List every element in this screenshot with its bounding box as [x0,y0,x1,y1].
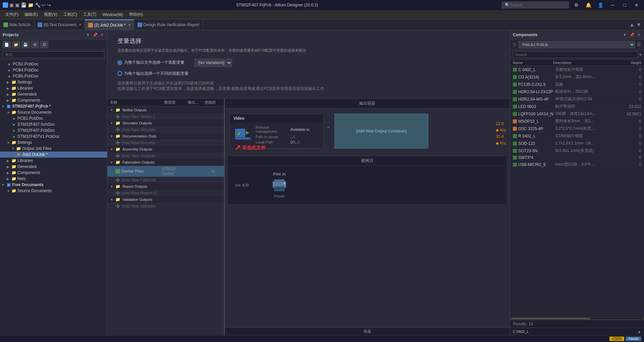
add-validation-item[interactable]: ➕ [Add New Validatio [107,203,224,209]
tab-schlib[interactable]: hide.SchLib [0,19,34,30]
add-netlist-item[interactable]: ➕ [Add New Netlist C [107,114,224,120]
output-section-report[interactable]: ▼ 📁 Report Outputs [107,183,224,190]
variant-option1[interactable]: 为整个输出文件选择一个装配变量 [117,60,184,65]
tree-item-schdoc[interactable]: ■ STM32F407.SchDoc [0,121,107,127]
variant-option2[interactable]: 为每个输出选择一个不同的装配变量 [117,71,189,76]
tree-item-settings1[interactable]: ▶ 📁 Settings [0,79,107,85]
tree-item-output-job-files[interactable]: ▼ 📁 Output Job Files [0,146,107,152]
add-icon: ➕ [115,127,120,132]
comp-row-sot235n[interactable]: SOT23-5N 3x1.6x1.1mm(长宽高) 0 [510,147,644,155]
tree-item-pcb2[interactable]: ■ PCB2.PcbDoc [0,61,107,67]
menu-view[interactable]: 视图(V) [41,11,60,18]
outjob-tab-arrow[interactable]: ▾ [128,23,130,27]
panel-close-icon[interactable]: ✕ [100,32,104,38]
output-item-gerber[interactable]: Gerber Files STM32f Gerber [107,166,224,177]
tree-item-generated2[interactable]: ▶ 📁 Generated [0,164,107,170]
menu-file[interactable]: 文件(F) [3,11,21,18]
output-section-documentation[interactable]: ▼ 📁 Documentation Outp [107,133,224,140]
comp-row-osc3225[interactable]: OSC 3225-4P 3.2*2.5*0.7mm(长宽... 0 [510,125,644,132]
components-scrollbar[interactable] [510,317,644,320]
tab-nav-up[interactable]: ▲ [629,22,635,28]
tab-textdoc[interactable]: (8) Text Document ▾ [34,19,85,30]
lib-select[interactable]: PcbLib1.PcbLib [519,41,635,48]
variant-select[interactable]: [No Variations] [195,59,232,67]
tree-item-libraries2[interactable]: ▶ 📁 Libraries [0,158,107,164]
notifications-icon[interactable]: 🔔 [584,0,593,10]
comp-row-msop10[interactable]: MSOP10_L 塑封体长3mm，宽3... 0 [510,118,644,125]
output-section-simulator[interactable]: ▼ 📁 Simulator Outputs [107,120,224,127]
panels-button[interactable]: Panels [626,337,641,341]
account-icon[interactable]: 👤 [596,0,605,10]
projects-search-input[interactable] [3,51,104,58]
menu-edit[interactable]: 编辑(E) [22,11,41,18]
comp-row-swt34[interactable]: SWT3*4 0 [510,155,644,161]
tree-item-pcbv1doc[interactable]: ■ STM32F407V1.PcbDoc [0,133,107,139]
comp-panel-float-icon[interactable]: 📌 [629,32,635,38]
tab-outjob[interactable]: (2) Job2.OutJob * ▾ [85,19,134,30]
settings-icon[interactable]: ⚙ [572,0,581,10]
output-section-netlist[interactable]: ▼ 📁 Netlist Outputs [107,107,224,114]
comp-indicator-icon [513,105,517,109]
comp-row-c0402l[interactable]: C 0402_L 无极性贴片电容 0 [510,66,644,73]
search-input[interactable] [510,3,560,7]
panel-pin-icon[interactable]: ▼ [85,32,91,38]
new-project-button[interactable]: 📄 [3,41,11,48]
save-project-button[interactable]: 💾 [21,41,30,48]
comp-row-sod123[interactable]: SOD-123 2.7x1.6X1.1mm（长... 0 [510,140,644,147]
maximize-button[interactable]: □ [620,0,629,10]
menu-project[interactable]: 工程(C) [61,11,80,18]
tab-nav-down[interactable]: ▼ [636,22,641,28]
comp-row-hdr254-4p[interactable]: HDR2.54-WS-4P 4P卧式贴片排针2.54 0 [510,96,644,103]
textdoc-tab-arrow[interactable]: ▾ [79,22,81,27]
project-settings-button[interactable]: ⚙ [31,41,39,48]
tree-item-components1[interactable]: ▶ 📁 Components [0,97,107,103]
tree-item-libraries1[interactable]: ▶ 📁 Libraries [0,85,107,91]
panel-float-icon[interactable]: 📌 [92,32,98,38]
filter-icon[interactable]: ▽ [513,42,517,47]
comp-panel-pin-icon[interactable]: ▼ [622,32,628,38]
comp-row-fc135[interactable]: FC135-3.2X1.5 晶振 0 [510,81,644,88]
menu-window[interactable]: Window(W) [100,11,126,18]
panel-settings-button[interactable]: ⚙ [40,41,48,48]
comp-row-led0603[interactable]: LED 0603 贴片带丝印 23.622 [510,103,644,110]
comp-row-hdr254-22[interactable]: HDR2.54-LI-2X22P 双排排针，20x2脚 0 [510,88,644,96]
output-section-assembly[interactable]: ▼ 📁 Assembly Outputs [107,146,224,153]
csdn-button[interactable]: CSDN [609,337,624,341]
tree-item-job2-outjob[interactable]: ■ Job2.OutJob * [0,152,107,158]
tree-item-source-docs2[interactable]: ▼ 📁 Source Documents [0,188,107,194]
add-assembly-item[interactable]: ➕ [Add New Assembl [107,153,224,159]
menu-tools[interactable]: 工具(T) [80,11,99,18]
comp-panel-close-icon[interactable]: ✕ [637,32,641,38]
tree-item-pcb1[interactable]: ■ PCB1.PcbDoc [0,115,107,121]
tree-item-components2[interactable]: ▶ 📁 Components [0,170,107,176]
tree-item-stm32-project[interactable]: ▼ ▣ STM32F407.PrjPcb * [0,103,107,109]
tree-item-settings2[interactable]: ▼ 📁 Settings [0,139,107,146]
add-simulator-item[interactable]: ➕ [Add New Simulato [107,127,224,133]
add-report-item[interactable]: ➕ [Add New Report O [107,190,224,196]
output-section-fabrication[interactable]: ▼ 📁 Fabrication Outputs [107,159,224,166]
comp-row-lqfp100[interactable]: LQFP100 14X14_N 100脚，体宽14x14m... 62.9921 [510,110,644,118]
components-search-input[interactable] [513,51,638,58]
tree-item-generated1[interactable]: ▶ 📁 Generated [0,91,107,97]
comp-menu-icon[interactable]: ☰ [637,42,641,47]
output-section-validation[interactable]: ▼ 📁 Validation Outputs [107,196,224,203]
tree-item-free-docs[interactable]: ▼ ▣ Free Documents [0,182,107,188]
comp-expand-icon[interactable]: ▲ [637,329,641,334]
open-project-button[interactable]: 📁 [12,41,20,48]
comp-row-r0402l[interactable]: R 0402_L 1/16W贴片电阻 0 [510,132,644,140]
comp-row-cda3216[interactable]: CD A(3216) 长3.2mm，宽1.6mm... 0 [510,73,644,81]
comp-row-usbmicroe[interactable]: USB-MICRO_E micro型USB，5.9*8.... 0 [510,161,644,168]
tab-report[interactable]: Design Rule Verification Report [134,19,203,30]
tree-item-source-docs[interactable]: ▼ 📁 Source Documents [0,109,107,115]
tree-item-pcb4[interactable]: ■ PCB4.PcbDoc [0,67,107,73]
close-button[interactable]: ✕ [632,0,641,10]
minimize-button[interactable]: ─ [608,0,617,10]
tree-item-nets[interactable]: ▶ 📁 Nets [0,176,107,182]
menu-help[interactable]: 帮助(H) [126,11,146,18]
titlebar-search[interactable]: 🔍 [502,2,569,8]
tree-item-pcb5[interactable]: ■ PCB5.PcbDoc [0,73,107,79]
tree-item-pcbdoc[interactable]: ■ STM32F407.PcbDoc [0,127,107,133]
search-dropdown-icon[interactable]: ▾ [639,52,641,57]
add-fabrication-item[interactable]: ➕ [Add New Fabricati [107,177,224,183]
add-documentation-item[interactable]: ➕ [Add New Docume [107,140,224,146]
